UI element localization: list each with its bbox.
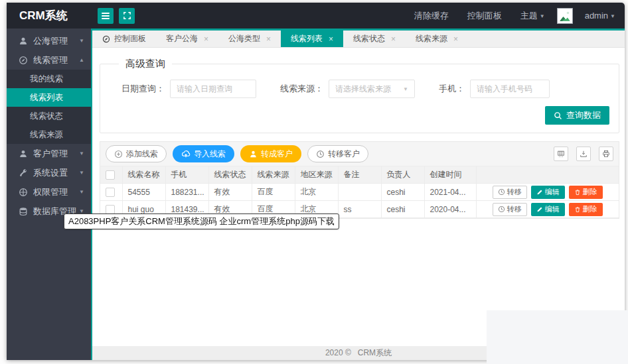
control-panel-link[interactable]: 控制面板 [467,10,502,22]
chevron-down-icon: ▼ [540,13,545,19]
import-leads-button[interactable]: 导入线索 [173,145,234,162]
top-header: CRM系统 清除缓存 控制面板 主题▼ admin▼ [7,3,625,29]
tab-customer-sea[interactable]: 客户公海 × [156,30,218,47]
sidebar: 公海管理 ▼ 线索管理 ▲ 我的线索 线索列表 线索状态 线索来源 [7,29,92,360]
sidebar-subitem-my-leads[interactable]: 我的线索 [7,70,91,88]
close-icon[interactable]: × [391,35,396,43]
table-row: 54555 188231... 有效 百度 北京 ceshi 2021-04..… [100,184,619,201]
fullscreen-button[interactable] [119,8,135,24]
sidebar-item-label: 客户管理 [33,148,68,160]
cell-region: 北京 [295,184,338,201]
search-icon [554,111,562,120]
tab-label: 线索来源 [416,33,447,44]
expand-icon [123,11,131,20]
wrench-icon [19,168,28,178]
chevron-down-icon: ▼ [79,170,84,176]
username-label: admin [585,11,608,21]
search-actions: 查询数据 [110,106,609,125]
tab-label: 线索列表 [291,33,323,44]
users-icon [19,36,28,46]
row-checkbox[interactable] [106,205,115,214]
cell-created: 2021-04... [424,184,476,201]
query-button-label: 查询数据 [566,109,601,121]
user-menu[interactable]: admin▼ [585,11,615,21]
cell-remark [338,184,381,201]
print-button[interactable] [599,147,613,161]
phone-label: 手机： [439,83,465,95]
sidebar-item-settings[interactable]: 系统设置 ▼ [7,163,91,182]
tab-control-panel[interactable]: 控制面板 [92,30,156,47]
row-edit-label: 编辑 [545,204,560,214]
col-lead-status: 线索状态 [208,166,252,184]
select-all-checkbox[interactable] [106,170,115,180]
tab-bar: 控制面板 客户公海 × 公海类型 × 线索列表 × 线索状态 × [92,30,625,48]
close-icon[interactable]: × [329,35,333,43]
col-lead-source: 线索来源 [252,166,295,184]
row-delete-button[interactable]: 删除 [569,186,603,199]
row-transfer-label: 转移 [507,204,522,214]
filter-columns-button[interactable] [554,147,568,161]
theme-label: 主题 [520,11,538,21]
table-toolbar: 添加线索 导入线索 [100,142,619,166]
sidebar-item-customers[interactable]: 客户管理 ▼ [7,144,91,163]
sidebar-subitem-lead-status[interactable]: 线索状态 [7,107,91,125]
collapse-sidebar-button[interactable] [98,8,114,24]
row-edit-button[interactable]: 编辑 [531,203,565,216]
overlay-panel [487,310,628,364]
row-transfer-button[interactable]: 转移 [493,186,527,199]
avatar[interactable] [557,8,573,24]
compass-icon [102,35,110,43]
tab-label: 公海类型 [228,33,260,44]
col-lead-name: 线索名称 [122,166,165,184]
pencil-icon [536,189,543,196]
circle-plus-icon [114,150,123,158]
sidebar-subitem-lead-source[interactable]: 线索来源 [7,125,91,144]
row-edit-label: 编辑 [545,187,560,197]
row-transfer-button[interactable]: 转移 [493,203,527,216]
close-icon[interactable]: × [204,35,208,43]
footer-text: 2020 © CRM系统 [325,347,392,359]
export-icon [580,150,588,158]
tab-lead-list[interactable]: 线索列表 × [281,30,343,47]
phone-input[interactable] [470,80,550,98]
sidebar-item-public-sea[interactable]: 公海管理 ▼ [7,31,91,50]
close-icon[interactable]: × [266,35,271,43]
user-icon [19,149,28,158]
sidebar-subitem-lead-list[interactable]: 线索列表 [7,88,91,107]
pencil-icon [536,206,543,213]
transfer-customer-button[interactable]: 转移客户 [307,145,368,162]
tab-lead-status[interactable]: 线索状态 × [343,30,406,47]
col-owner: 负责人 [381,166,424,184]
query-button[interactable]: 查询数据 [545,106,609,125]
source-select[interactable]: 请选择线索来源 ▼ [329,80,415,98]
convert-customer-button[interactable]: 转成客户 [240,145,301,162]
person-icon [249,150,258,158]
clock-icon [498,206,505,213]
import-leads-label: 导入线索 [194,149,226,160]
convert-customer-label: 转成客户 [261,149,293,160]
close-icon[interactable]: × [453,35,458,43]
col-created: 创建时间 [424,166,476,184]
add-lead-button[interactable]: 添加线索 [106,145,167,162]
cell-owner: ceshi [381,184,424,201]
row-delete-label: 删除 [583,187,597,197]
sidebar-item-leads[interactable]: 线索管理 ▲ [7,50,91,70]
row-checkbox[interactable] [106,188,115,197]
tab-sea-type[interactable]: 公海类型 × [218,30,281,47]
clear-cache-link[interactable]: 清除缓存 [414,10,449,22]
export-button[interactable] [576,147,591,161]
tab-label: 线索状态 [353,33,385,44]
globe-icon [19,188,28,197]
tab-lead-source[interactable]: 线索来源 × [406,30,468,47]
date-input[interactable] [170,80,256,98]
transfer-customer-label: 转移客户 [328,149,360,160]
advanced-search-title: 高级查询 [119,58,172,70]
compass-icon [19,56,28,65]
row-edit-button[interactable]: 编辑 [531,186,565,199]
sidebar-item-permissions[interactable]: 权限管理 ▼ [7,182,91,202]
cell-created: 2020-04... [424,201,476,218]
sidebar-item-label: 权限管理 [33,186,68,198]
theme-menu[interactable]: 主题▼ [520,10,545,22]
row-delete-button[interactable]: 删除 [569,203,603,216]
tab-label: 控制面板 [114,33,146,44]
